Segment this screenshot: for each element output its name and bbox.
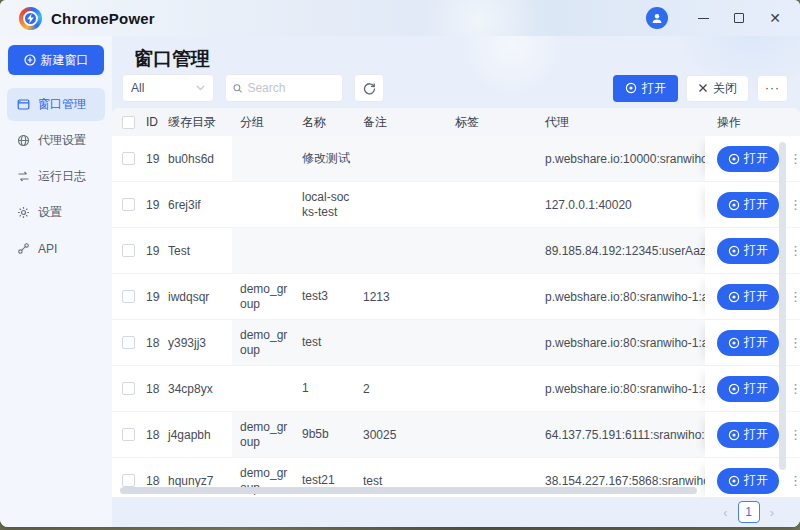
current-page[interactable]: 1 <box>738 501 760 523</box>
cell-proxy: p.webshare.io:80:sranwiho-1:atonupx <box>537 320 705 365</box>
new-window-button[interactable]: 新建窗口 <box>8 45 104 75</box>
row-more-icon[interactable]: ⋮ <box>789 381 799 396</box>
cell-cache-dir: 34cp8yx <box>160 366 232 411</box>
table-body: 193bu0hs6d修改测试p.webshare.io:10000:sranwi… <box>112 136 800 497</box>
row-more-icon[interactable]: ⋮ <box>789 151 799 166</box>
row-checkbox[interactable] <box>122 382 135 395</box>
row-open-button[interactable]: 打开 <box>717 376 779 402</box>
refresh-icon <box>363 82 376 95</box>
horizontal-scrollbar[interactable] <box>120 487 697 494</box>
cell-group <box>232 228 294 273</box>
cell-group: demo_group <box>232 274 294 319</box>
row-open-button[interactable]: 打开 <box>717 330 779 356</box>
table-row: 190iwdqsqrdemo_grouptest31213p.webshare.… <box>112 274 800 320</box>
row-open-button[interactable]: 打开 <box>717 146 779 172</box>
row-more-icon[interactable]: ⋮ <box>789 427 799 442</box>
row-open-button[interactable]: 打开 <box>717 238 779 264</box>
table-row: 191Test89.185.84.192:12345:userAazd312:p… <box>112 228 800 274</box>
ellipsis-icon: ··· <box>765 81 780 95</box>
cell-tag <box>447 136 537 181</box>
row-more-icon[interactable]: ⋮ <box>789 197 799 212</box>
row-open-button[interactable]: 打开 <box>717 192 779 218</box>
close-selected-button[interactable]: 关闭 <box>686 75 749 102</box>
cell-remark: 2 <box>355 366 447 411</box>
cell-proxy: p.webshare.io:80:sranwiho-1:atonupx <box>537 274 705 319</box>
more-actions-button[interactable]: ··· <box>757 75 788 102</box>
gear-icon <box>17 206 30 219</box>
open-icon <box>625 82 637 94</box>
vertical-scrollbar[interactable] <box>779 142 786 470</box>
prev-page-button[interactable]: ‹ <box>723 505 727 520</box>
close-button[interactable]: ✕ <box>760 5 790 31</box>
header-operation: 操作 <box>705 108 800 136</box>
sidebar-item-api[interactable]: API <box>7 232 105 265</box>
app-logo-icon <box>19 7 42 30</box>
row-checkbox[interactable] <box>122 336 135 349</box>
cell-remark <box>355 320 447 365</box>
group-filter-select[interactable]: All <box>122 74 214 102</box>
x-icon <box>698 83 708 93</box>
table-header-row: ID 缓存目录 分组 名称 备注 标签 代理 操作 <box>112 108 800 136</box>
plus-circle-icon <box>24 54 36 66</box>
open-icon <box>728 291 740 303</box>
sidebar-item-settings[interactable]: 设置 <box>7 196 105 229</box>
cell-proxy: 64.137.75.191:6111:sranwiho:atonupx <box>537 412 705 457</box>
cell-proxy: 89.185.84.192:12345:userAazd312:pa <box>537 228 705 273</box>
select-all-checkbox[interactable] <box>122 116 135 129</box>
cell-remark <box>355 136 447 181</box>
cell-cache-dir: iwdqsqr <box>160 274 232 319</box>
cell-group <box>232 366 294 411</box>
header-group: 分组 <box>232 108 294 136</box>
row-checkbox[interactable] <box>122 428 135 441</box>
cell-tag <box>447 366 537 411</box>
row-more-icon[interactable]: ⋮ <box>789 243 799 258</box>
refresh-button[interactable] <box>354 74 384 102</box>
cell-group: demo_group <box>232 320 294 365</box>
row-checkbox[interactable] <box>122 152 135 165</box>
cell-proxy: p.webshare.io:80:sranwiho-1:atonupx <box>537 366 705 411</box>
header-tag: 标签 <box>447 108 537 136</box>
row-open-button[interactable]: 打开 <box>717 284 779 310</box>
row-open-button[interactable]: 打开 <box>717 422 779 448</box>
cell-name: test3 <box>294 274 355 319</box>
row-open-button[interactable]: 打开 <box>717 468 779 494</box>
cell-group <box>232 136 294 181</box>
open-icon <box>728 383 740 395</box>
open-selected-button[interactable]: 打开 <box>613 75 678 102</box>
row-checkbox[interactable] <box>122 474 135 487</box>
row-more-icon[interactable]: ⋮ <box>789 473 799 488</box>
row-more-icon[interactable]: ⋮ <box>789 289 799 304</box>
cell-cache-dir: y393jj3 <box>160 320 232 365</box>
row-checkbox[interactable] <box>122 290 135 303</box>
main-panel: 窗口管理 All 打开 <box>112 36 800 527</box>
search-icon <box>233 83 242 94</box>
cell-name <box>294 228 355 273</box>
cell-name: 1 <box>294 366 355 411</box>
app-window: ChromePower ✕ 新建窗口 窗口管理 <box>0 0 800 527</box>
page-title: 窗口管理 <box>134 46 800 72</box>
cell-id: 193 <box>138 136 160 181</box>
search-input[interactable] <box>247 81 335 95</box>
next-page-button[interactable]: › <box>770 505 774 520</box>
table-row: 189y393jj3demo_grouptestp.webshare.io:80… <box>112 320 800 366</box>
window-icon <box>17 98 30 111</box>
row-more-icon[interactable]: ⋮ <box>789 335 799 350</box>
window-table: ID 缓存目录 分组 名称 备注 标签 代理 操作 193bu0hs6d修改测试… <box>112 108 800 497</box>
cell-remark <box>355 182 447 227</box>
sidebar-item-window-management[interactable]: 窗口管理 <box>7 88 105 121</box>
cell-remark: 30025 <box>355 412 447 457</box>
sidebar-item-run-logs[interactable]: 运行日志 <box>7 160 105 193</box>
close-icon: ✕ <box>769 11 781 25</box>
table-row: 1926rej3iflocal-socks-test127.0.0.1:4002… <box>112 182 800 228</box>
row-checkbox[interactable] <box>122 198 135 211</box>
minimize-button[interactable] <box>688 5 718 31</box>
header-proxy: 代理 <box>537 108 705 136</box>
cell-group: demo_group <box>232 412 294 457</box>
sidebar-item-proxy-settings[interactable]: 代理设置 <box>7 124 105 157</box>
user-avatar[interactable] <box>646 7 668 29</box>
maximize-button[interactable] <box>724 5 754 31</box>
row-checkbox[interactable] <box>122 244 135 257</box>
cell-name: 修改测试 <box>294 136 355 181</box>
open-icon <box>728 475 740 487</box>
chevron-down-icon <box>196 85 205 91</box>
